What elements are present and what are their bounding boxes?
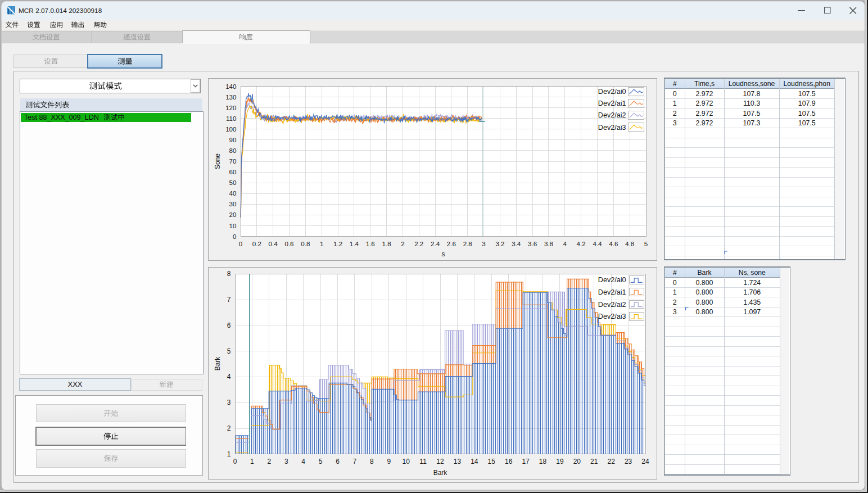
- svg-text:110.3: 110.3: [743, 99, 760, 107]
- svg-text:2: 2: [673, 110, 677, 117]
- svg-text:100: 100: [225, 125, 236, 133]
- svg-text:1: 1: [673, 99, 677, 107]
- svg-text:3.6: 3.6: [528, 240, 537, 247]
- svg-text:7: 7: [353, 458, 357, 465]
- svg-text:5: 5: [644, 240, 648, 247]
- svg-text:10: 10: [229, 222, 237, 229]
- svg-text:3.2: 3.2: [495, 240, 504, 247]
- svg-text:2.4: 2.4: [431, 240, 440, 247]
- svg-text:4: 4: [301, 458, 305, 465]
- svg-text:0: 0: [233, 233, 236, 240]
- svg-text:2: 2: [267, 458, 271, 465]
- svg-text:2.8: 2.8: [463, 240, 472, 247]
- svg-text:Ns, sone: Ns, sone: [739, 269, 766, 277]
- svg-text:3.8: 3.8: [544, 240, 553, 247]
- svg-text:Bark: Bark: [214, 356, 221, 371]
- svg-text:8: 8: [227, 270, 231, 278]
- svg-text:110: 110: [226, 115, 236, 122]
- svg-text:2.972: 2.972: [695, 90, 713, 98]
- svg-text:#: #: [673, 269, 677, 277]
- svg-text:1.435: 1.435: [743, 298, 761, 306]
- svg-text:1.8: 1.8: [382, 240, 391, 247]
- svg-text:2: 2: [227, 424, 231, 432]
- svg-text:5: 5: [227, 347, 231, 355]
- svg-text:Dev2/ai3: Dev2/ai3: [598, 124, 626, 132]
- svg-text:20: 20: [573, 458, 581, 465]
- svg-text:Dev2/ai0: Dev2/ai0: [598, 88, 626, 96]
- svg-text:Dev2/ai1: Dev2/ai1: [598, 99, 626, 107]
- svg-text:Bark: Bark: [433, 469, 448, 477]
- svg-text:0.800: 0.800: [695, 308, 713, 316]
- svg-text:107.5: 107.5: [798, 119, 816, 127]
- svg-text:107.8: 107.8: [743, 90, 760, 98]
- svg-text:1.724: 1.724: [743, 279, 761, 287]
- svg-text:0.2: 0.2: [252, 240, 261, 247]
- svg-text:23: 23: [625, 458, 632, 465]
- svg-text:7: 7: [227, 296, 231, 304]
- svg-text:30: 30: [229, 200, 237, 207]
- svg-text:80: 80: [229, 147, 237, 154]
- svg-text:Sone: Sone: [214, 153, 221, 169]
- svg-text:0.800: 0.800: [695, 298, 713, 306]
- svg-text:10: 10: [402, 458, 410, 465]
- svg-text:19: 19: [556, 458, 564, 465]
- svg-text:Bark: Bark: [697, 269, 712, 277]
- svg-text:4.4: 4.4: [593, 240, 602, 247]
- svg-text:3: 3: [482, 240, 485, 247]
- svg-text:3: 3: [227, 399, 231, 406]
- svg-text:#: #: [673, 80, 677, 88]
- svg-text:Dev2/ai0: Dev2/ai0: [598, 276, 626, 284]
- svg-text:22: 22: [607, 458, 615, 465]
- svg-text:2.972: 2.972: [695, 119, 713, 127]
- svg-text:1: 1: [250, 458, 254, 465]
- svg-text:XXX: XXX: [67, 380, 82, 388]
- svg-text:2: 2: [673, 298, 677, 306]
- svg-text:107.9: 107.9: [798, 99, 816, 107]
- svg-text:4: 4: [563, 240, 567, 247]
- svg-text:21: 21: [590, 458, 598, 465]
- svg-text:1.6: 1.6: [366, 240, 375, 247]
- svg-text:107.5: 107.5: [798, 90, 816, 98]
- svg-text:0: 0: [673, 279, 677, 287]
- svg-text:1.2: 1.2: [333, 240, 342, 247]
- svg-text:6: 6: [336, 458, 340, 465]
- svg-text:1.097: 1.097: [743, 308, 761, 316]
- svg-text:8: 8: [370, 458, 374, 465]
- svg-text:0.6: 0.6: [284, 240, 293, 247]
- svg-text:1: 1: [227, 450, 231, 458]
- svg-text:9: 9: [387, 458, 391, 465]
- svg-text:1: 1: [673, 288, 677, 296]
- svg-text:0.4: 0.4: [269, 240, 278, 247]
- svg-text:0: 0: [673, 90, 677, 98]
- svg-text:1.706: 1.706: [743, 288, 761, 296]
- svg-text:Loudness,phon: Loudness,phon: [784, 80, 830, 88]
- svg-text:130: 130: [225, 93, 236, 101]
- svg-text:Dev2/ai3: Dev2/ai3: [598, 313, 626, 320]
- svg-text:120: 120: [225, 104, 236, 111]
- svg-text:Dev2/ai1: Dev2/ai1: [598, 288, 626, 296]
- svg-text:70: 70: [229, 157, 237, 165]
- svg-text:107.3: 107.3: [743, 119, 760, 127]
- svg-text:140: 140: [225, 83, 236, 90]
- svg-text:14: 14: [471, 458, 478, 465]
- svg-text:1.4: 1.4: [350, 240, 359, 247]
- svg-text:60: 60: [229, 168, 237, 175]
- svg-text:107.5: 107.5: [743, 110, 760, 117]
- svg-text:2.6: 2.6: [447, 240, 456, 247]
- svg-text:13: 13: [454, 458, 462, 465]
- svg-text:MCR 2.07.0.014 202300918: MCR 2.07.0.014 202300918: [19, 7, 102, 15]
- svg-text:0.8: 0.8: [301, 240, 310, 247]
- svg-text:s: s: [442, 250, 445, 258]
- svg-text:6: 6: [227, 322, 231, 329]
- svg-text:4.6: 4.6: [609, 240, 618, 247]
- svg-text:0: 0: [233, 458, 237, 465]
- svg-text:Loudness,sone: Loudness,sone: [729, 80, 775, 88]
- svg-text:15: 15: [488, 458, 496, 465]
- svg-text:24: 24: [641, 458, 649, 465]
- svg-text:0: 0: [239, 240, 242, 247]
- svg-text:Test 88_XXX_009_LDN: Test 88_XXX_009_LDN: [24, 114, 99, 121]
- svg-text:12: 12: [436, 458, 444, 465]
- svg-text:50: 50: [229, 179, 237, 186]
- svg-text:Dev2/ai2: Dev2/ai2: [598, 301, 626, 309]
- svg-text:4.8: 4.8: [625, 240, 634, 247]
